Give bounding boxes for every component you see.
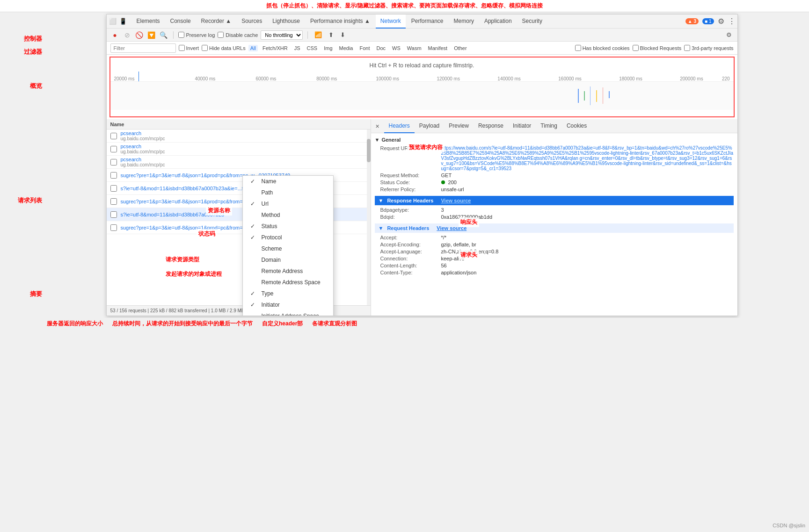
device-icon[interactable]: 📱 <box>119 17 127 26</box>
preserve-log-label[interactable]: Preserve log <box>178 32 215 38</box>
status-label: Status Code: <box>380 180 441 185</box>
download-icon[interactable]: ⬇ <box>338 30 347 39</box>
scrollbar-thumb[interactable] <box>367 139 371 162</box>
menu-item-type[interactable]: ✓ Type <box>243 288 333 299</box>
menu-item-initiator[interactable]: ✓ Initiator <box>243 299 333 310</box>
filter-ws[interactable]: WS <box>390 45 402 51</box>
tab-console[interactable]: Console <box>166 14 196 29</box>
menu-item-remote-address-space[interactable]: Remote Address Space <box>243 277 333 288</box>
menu-item-remote-address[interactable]: Remote Address <box>243 266 333 277</box>
req-view-source-link[interactable]: View source <box>437 225 466 231</box>
row-checkbox[interactable] <box>110 159 117 165</box>
row-checkbox[interactable] <box>110 172 117 179</box>
tab-performance-insights[interactable]: Performance insights ▲ <box>306 14 375 29</box>
blocked-cookies-label[interactable]: Has blocked cookies <box>575 45 630 51</box>
scrollbar-track[interactable] <box>367 129 371 305</box>
tab-elements[interactable]: Elements <box>132 14 165 29</box>
tab-timing[interactable]: Timing <box>536 119 562 133</box>
filter-media[interactable]: Media <box>337 45 355 51</box>
filter-other[interactable]: Other <box>452 45 469 51</box>
blocked-cookies-checkbox[interactable] <box>575 45 581 51</box>
record-btn[interactable]: ● <box>110 30 120 40</box>
throttle-select[interactable]: No throttling <box>261 30 303 40</box>
filter-css[interactable]: CSS <box>305 45 320 51</box>
detail-row-url: Request URL: https://www.baidu.com/s?ie=… <box>380 145 734 171</box>
annotation-total-time: 总持续时间，从请求的开始到接受响应中的最后一个字节 <box>112 320 253 328</box>
tab-application[interactable]: Application <box>480 14 517 29</box>
inspect-icon[interactable]: ⬜ <box>109 17 117 26</box>
tab-sources[interactable]: Sources <box>237 14 267 29</box>
menu-item-scheme[interactable]: Scheme <box>243 243 333 254</box>
menu-item-domain[interactable]: Domain <box>243 254 333 266</box>
tab-performance[interactable]: Performance <box>407 14 448 29</box>
row-checkbox[interactable] <box>110 185 117 192</box>
tab-memory[interactable]: Memory <box>449 14 479 29</box>
more-options-icon[interactable]: ⋮ <box>728 17 736 26</box>
request-name-col: pcsearch ug.baidu.com/mcp/pc <box>121 130 367 141</box>
bottom-annotations: 服务器返回的响应大小 总持续时间，从请求的开始到接受响应中的最后一个字节 自定义… <box>0 318 809 330</box>
filter-manifest[interactable]: Manifest <box>426 45 450 51</box>
filter-doc[interactable]: Doc <box>375 45 388 51</box>
filter-fetch-xhr[interactable]: Fetch/XHR <box>261 45 290 51</box>
row-checkbox[interactable] <box>110 198 117 205</box>
filter-toggle-btn[interactable]: 🔽 <box>147 30 156 40</box>
url-label: Request URL: <box>380 145 441 151</box>
tab-security[interactable]: Security <box>517 14 547 29</box>
tab-payload[interactable]: Payload <box>415 119 444 133</box>
menu-item-path[interactable]: Path <box>243 187 333 198</box>
tab-headers[interactable]: Headers <box>384 119 415 133</box>
request-headers-bar[interactable]: ▼ Request Headers View source <box>375 223 734 233</box>
row-checkbox[interactable] <box>110 224 117 231</box>
tab-lighthouse[interactable]: Lighthouse <box>268 14 305 29</box>
filter-js[interactable]: JS <box>292 45 302 51</box>
menu-item-initiator-addr-space[interactable]: Initiator Address Space <box>243 310 333 316</box>
row-checkbox[interactable] <box>110 146 117 152</box>
filter-all[interactable]: All <box>248 45 258 51</box>
invert-checkbox[interactable] <box>179 45 185 51</box>
network-settings-icon[interactable]: ⚙ <box>724 30 734 39</box>
details-close-btn[interactable]: × <box>373 122 382 131</box>
table-row[interactable]: pcsearch ug.baidu.com/mcp/pc <box>107 156 371 169</box>
general-section-header[interactable]: ▼ General <box>375 137 734 143</box>
response-headers-bar[interactable]: ▼ Response Headers View source <box>375 196 734 205</box>
upload-icon[interactable]: ⬆ <box>327 30 335 39</box>
table-row[interactable]: pcsearch ug.baidu.com/mcp/pc <box>107 143 371 156</box>
clear-btn[interactable]: 🚫 <box>135 30 144 40</box>
disable-cache-checkbox[interactable] <box>218 32 224 38</box>
url-val: https://www.baidu.com/s?ie=utf-8&mod=11&… <box>441 145 734 171</box>
filter-wasm[interactable]: Wasm <box>405 45 423 51</box>
tab-recorder[interactable]: Recorder ▲ <box>197 14 236 29</box>
time-20000: 20000 ms <box>114 76 175 81</box>
preserve-log-checkbox[interactable] <box>178 32 184 38</box>
hide-data-urls-checkbox[interactable] <box>202 45 208 51</box>
table-row[interactable]: pcsearch ug.baidu.com/mcp/pc <box>107 129 371 143</box>
menu-item-name[interactable]: ✓ Name <box>243 176 333 187</box>
menu-item-url[interactable]: ✓ Url <box>243 198 333 209</box>
third-party-label[interactable]: 3rd-party requests <box>684 45 733 51</box>
tab-bar-icons: ⬜ 📱 <box>109 17 127 26</box>
blocked-requests-label[interactable]: Blocked Requests <box>633 45 682 51</box>
hide-data-urls-label[interactable]: Hide data URLs <box>202 45 246 51</box>
disable-cache-label[interactable]: Disable cache <box>218 32 258 38</box>
view-source-link[interactable]: View source <box>441 198 471 203</box>
menu-item-status[interactable]: ✓ Status <box>243 221 333 232</box>
menu-item-method[interactable]: Method <box>243 209 333 221</box>
tab-cookies[interactable]: Cookies <box>562 119 591 133</box>
search-btn[interactable]: 🔍 <box>159 30 168 40</box>
tab-initiator[interactable]: Initiator <box>508 119 536 133</box>
blocked-requests-checkbox[interactable] <box>633 45 639 51</box>
third-party-checkbox[interactable] <box>684 45 690 51</box>
filter-input[interactable] <box>110 43 176 53</box>
tab-response[interactable]: Response <box>474 119 508 133</box>
row-checkbox[interactable] <box>110 211 117 218</box>
stop-btn[interactable]: ⊘ <box>123 30 132 40</box>
wifi-icon[interactable]: 📶 <box>313 30 324 39</box>
menu-item-protocol[interactable]: ✓ Protocol <box>243 232 333 243</box>
invert-checkbox-label[interactable]: Invert <box>179 45 199 51</box>
tab-preview[interactable]: Preview <box>444 119 474 133</box>
row-checkbox[interactable] <box>110 133 117 139</box>
settings-icon[interactable]: ⚙ <box>718 17 724 26</box>
filter-img[interactable]: Img <box>322 45 334 51</box>
tab-network[interactable]: Network <box>376 14 406 29</box>
filter-font[interactable]: Font <box>357 45 372 51</box>
